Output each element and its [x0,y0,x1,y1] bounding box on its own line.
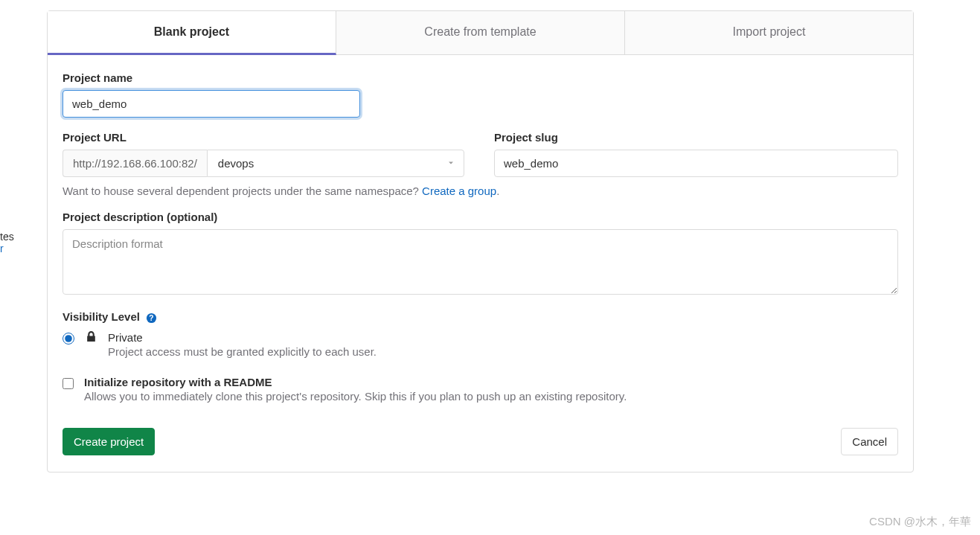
sidebar-fragment: tes r [0,231,14,254]
readme-checkbox[interactable] [63,378,74,389]
create-group-link[interactable]: Create a group [422,185,496,197]
question-circle-icon[interactable]: ? [146,313,157,324]
visibility-label: Visibility Level ? [63,310,898,324]
readme-row: Initialize repository with a README Allo… [63,376,898,403]
project-url-group: Project URL http://192.168.66.100:82/ de… [63,131,464,177]
lock-icon [85,330,97,345]
visibility-private-label: Private [108,331,377,344]
url-input-group: http://192.168.66.100:82/ devops [63,150,464,177]
project-slug-label: Project slug [494,131,898,144]
project-name-group: Project name [63,71,898,118]
visibility-private-row: Private Project access must be granted e… [63,331,898,358]
description-label: Project description (optional) [63,211,898,223]
tab-create-from-template[interactable]: Create from template [336,11,625,54]
visibility-label-text: Visibility Level [63,310,140,323]
form-actions: Create project Cancel [63,428,898,455]
description-group: Project description (optional) [63,211,898,297]
project-name-input[interactable] [63,90,360,118]
visibility-private-radio[interactable] [63,333,74,345]
project-slug-input[interactable] [494,150,898,177]
sidebar-text-1: tes [0,231,14,243]
description-textarea[interactable] [63,229,898,295]
project-slug-group: Project slug [494,131,898,177]
cancel-button[interactable]: Cancel [841,428,898,455]
namespace-select[interactable]: devops [207,150,464,177]
namespace-hint-suffix: . [496,185,499,197]
form-body: Project name Project URL http://192.168.… [48,55,913,472]
project-name-label: Project name [63,71,898,84]
namespace-hint-text: Want to house several dependent projects… [63,185,422,197]
namespace-hint: Want to house several dependent projects… [63,185,898,197]
create-project-button[interactable]: Create project [63,428,155,455]
url-slug-row: Project URL http://192.168.66.100:82/ de… [63,131,898,177]
readme-desc: Allows you to immediately clone this pro… [84,390,627,403]
tab-import-project[interactable]: Import project [625,11,913,54]
new-project-panel: Blank project Create from template Impor… [47,10,914,472]
tab-blank-project[interactable]: Blank project [48,11,336,55]
svg-text:?: ? [149,314,153,322]
visibility-group: Visibility Level ? Private Project acces… [63,310,898,358]
url-prefix: http://192.168.66.100:82/ [63,150,207,177]
project-tabs: Blank project Create from template Impor… [48,11,913,55]
sidebar-text-2: r [0,243,14,254]
watermark: CSDN @水木，年華 [869,515,971,529]
project-url-label: Project URL [63,131,464,144]
visibility-private-desc: Project access must be granted explicitl… [108,345,377,358]
readme-label: Initialize repository with a README [84,376,627,388]
